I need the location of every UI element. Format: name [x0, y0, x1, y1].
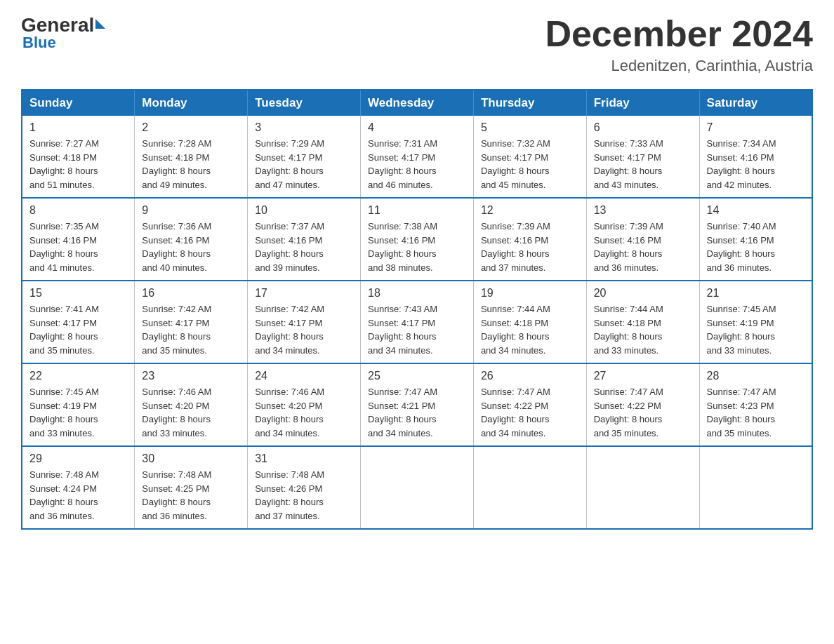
- day-number: 24: [255, 370, 353, 382]
- day-info: Sunrise: 7:41 AMSunset: 4:17 PMDaylight:…: [29, 302, 127, 357]
- day-info: Sunrise: 7:44 AMSunset: 4:18 PMDaylight:…: [481, 302, 579, 357]
- calendar-cell: 17Sunrise: 7:42 AMSunset: 4:17 PMDayligh…: [248, 281, 361, 363]
- calendar-cell: 21Sunrise: 7:45 AMSunset: 4:19 PMDayligh…: [699, 281, 812, 363]
- calendar-table: Sunday Monday Tuesday Wednesday Thursday…: [21, 89, 813, 530]
- calendar-week-row: 15Sunrise: 7:41 AMSunset: 4:17 PMDayligh…: [22, 281, 812, 363]
- day-info: Sunrise: 7:33 AMSunset: 4:17 PMDaylight:…: [594, 137, 692, 192]
- day-number: 17: [255, 287, 353, 300]
- calendar-cell: 16Sunrise: 7:42 AMSunset: 4:17 PMDayligh…: [135, 281, 248, 363]
- day-number: 20: [594, 287, 692, 300]
- calendar-cell: 9Sunrise: 7:36 AMSunset: 4:16 PMDaylight…: [135, 198, 248, 281]
- calendar-cell: 1Sunrise: 7:27 AMSunset: 4:18 PMDaylight…: [22, 116, 135, 198]
- calendar-cell: 23Sunrise: 7:46 AMSunset: 4:20 PMDayligh…: [135, 363, 248, 446]
- calendar-title: December 2024: [545, 14, 813, 54]
- calendar-cell: 30Sunrise: 7:48 AMSunset: 4:25 PMDayligh…: [135, 446, 248, 529]
- day-number: 5: [481, 121, 579, 134]
- day-number: 28: [707, 370, 805, 382]
- day-number: 4: [368, 121, 466, 134]
- day-number: 2: [142, 121, 240, 134]
- day-info: Sunrise: 7:42 AMSunset: 4:17 PMDaylight:…: [142, 302, 240, 357]
- logo: General Blue: [21, 14, 105, 52]
- calendar-cell: 12Sunrise: 7:39 AMSunset: 4:16 PMDayligh…: [473, 198, 586, 281]
- day-info: Sunrise: 7:35 AMSunset: 4:16 PMDaylight:…: [29, 220, 127, 274]
- col-monday: Monday: [135, 90, 248, 116]
- day-info: Sunrise: 7:39 AMSunset: 4:16 PMDaylight:…: [481, 220, 579, 274]
- col-tuesday: Tuesday: [248, 90, 361, 116]
- page-header: General Blue December 2024 Ledenitzen, C…: [21, 14, 813, 75]
- col-friday: Friday: [586, 90, 699, 116]
- day-info: Sunrise: 7:47 AMSunset: 4:22 PMDaylight:…: [481, 385, 579, 440]
- calendar-cell: 13Sunrise: 7:39 AMSunset: 4:16 PMDayligh…: [586, 198, 699, 281]
- day-info: Sunrise: 7:46 AMSunset: 4:20 PMDaylight:…: [142, 385, 240, 440]
- day-number: 9: [142, 204, 240, 217]
- calendar-week-row: 8Sunrise: 7:35 AMSunset: 4:16 PMDaylight…: [22, 198, 812, 281]
- day-number: 21: [707, 287, 805, 300]
- calendar-cell: 27Sunrise: 7:47 AMSunset: 4:22 PMDayligh…: [586, 363, 699, 446]
- day-info: Sunrise: 7:42 AMSunset: 4:17 PMDaylight:…: [255, 302, 353, 357]
- calendar-cell: 29Sunrise: 7:48 AMSunset: 4:24 PMDayligh…: [22, 446, 135, 529]
- day-info: Sunrise: 7:36 AMSunset: 4:16 PMDaylight:…: [142, 220, 240, 274]
- day-number: 1: [29, 121, 127, 134]
- day-info: Sunrise: 7:45 AMSunset: 4:19 PMDaylight:…: [29, 385, 127, 440]
- location-subtitle: Ledenitzen, Carinthia, Austria: [545, 57, 813, 75]
- calendar-cell: 26Sunrise: 7:47 AMSunset: 4:22 PMDayligh…: [473, 363, 586, 446]
- calendar-cell: 14Sunrise: 7:40 AMSunset: 4:16 PMDayligh…: [699, 198, 812, 281]
- calendar-week-row: 29Sunrise: 7:48 AMSunset: 4:24 PMDayligh…: [22, 446, 812, 529]
- day-number: 16: [142, 287, 240, 300]
- day-number: 29: [29, 452, 127, 465]
- calendar-cell: 8Sunrise: 7:35 AMSunset: 4:16 PMDaylight…: [22, 198, 135, 281]
- day-info: Sunrise: 7:48 AMSunset: 4:26 PMDaylight:…: [255, 468, 353, 523]
- day-info: Sunrise: 7:47 AMSunset: 4:23 PMDaylight:…: [707, 385, 805, 440]
- calendar-cell: [699, 446, 812, 529]
- day-number: 3: [255, 121, 353, 134]
- calendar-week-row: 1Sunrise: 7:27 AMSunset: 4:18 PMDaylight…: [22, 116, 812, 198]
- calendar-cell: 2Sunrise: 7:28 AMSunset: 4:18 PMDaylight…: [135, 116, 248, 198]
- day-number: 30: [142, 452, 240, 465]
- calendar-header-row: Sunday Monday Tuesday Wednesday Thursday…: [22, 90, 812, 116]
- day-info: Sunrise: 7:31 AMSunset: 4:17 PMDaylight:…: [368, 137, 466, 192]
- day-info: Sunrise: 7:29 AMSunset: 4:17 PMDaylight:…: [255, 137, 353, 192]
- day-info: Sunrise: 7:46 AMSunset: 4:20 PMDaylight:…: [255, 385, 353, 440]
- day-info: Sunrise: 7:28 AMSunset: 4:18 PMDaylight:…: [142, 137, 240, 192]
- col-sunday: Sunday: [22, 90, 135, 116]
- col-thursday: Thursday: [473, 90, 586, 116]
- calendar-cell: 10Sunrise: 7:37 AMSunset: 4:16 PMDayligh…: [248, 198, 361, 281]
- day-number: 19: [481, 287, 579, 300]
- day-info: Sunrise: 7:34 AMSunset: 4:16 PMDaylight:…: [707, 137, 805, 192]
- day-number: 25: [368, 370, 466, 382]
- day-number: 22: [29, 370, 127, 382]
- col-saturday: Saturday: [699, 90, 812, 116]
- day-number: 31: [255, 452, 353, 465]
- day-number: 27: [594, 370, 692, 382]
- day-number: 18: [368, 287, 466, 300]
- day-info: Sunrise: 7:40 AMSunset: 4:16 PMDaylight:…: [707, 220, 805, 274]
- day-info: Sunrise: 7:32 AMSunset: 4:17 PMDaylight:…: [481, 137, 579, 192]
- calendar-cell: 28Sunrise: 7:47 AMSunset: 4:23 PMDayligh…: [699, 363, 812, 446]
- col-wednesday: Wednesday: [361, 90, 474, 116]
- calendar-cell: 31Sunrise: 7:48 AMSunset: 4:26 PMDayligh…: [248, 446, 361, 529]
- day-number: 15: [29, 287, 127, 300]
- logo-triangle-icon: [95, 19, 105, 29]
- day-info: Sunrise: 7:44 AMSunset: 4:18 PMDaylight:…: [594, 302, 692, 357]
- calendar-cell: 11Sunrise: 7:38 AMSunset: 4:16 PMDayligh…: [361, 198, 474, 281]
- calendar-cell: 6Sunrise: 7:33 AMSunset: 4:17 PMDaylight…: [586, 116, 699, 198]
- day-info: Sunrise: 7:47 AMSunset: 4:21 PMDaylight:…: [368, 385, 466, 440]
- calendar-cell: [473, 446, 586, 529]
- day-number: 8: [29, 204, 127, 217]
- calendar-cell: 19Sunrise: 7:44 AMSunset: 4:18 PMDayligh…: [473, 281, 586, 363]
- title-section: December 2024 Ledenitzen, Carinthia, Aus…: [545, 14, 813, 75]
- day-number: 26: [481, 370, 579, 382]
- logo-blue: Blue: [22, 34, 56, 52]
- day-info: Sunrise: 7:48 AMSunset: 4:25 PMDaylight:…: [142, 468, 240, 523]
- day-number: 14: [707, 204, 805, 217]
- calendar-week-row: 22Sunrise: 7:45 AMSunset: 4:19 PMDayligh…: [22, 363, 812, 446]
- calendar-cell: [361, 446, 474, 529]
- calendar-cell: 5Sunrise: 7:32 AMSunset: 4:17 PMDaylight…: [473, 116, 586, 198]
- day-number: 23: [142, 370, 240, 382]
- calendar-cell: 24Sunrise: 7:46 AMSunset: 4:20 PMDayligh…: [248, 363, 361, 446]
- calendar-cell: 3Sunrise: 7:29 AMSunset: 4:17 PMDaylight…: [248, 116, 361, 198]
- calendar-cell: 25Sunrise: 7:47 AMSunset: 4:21 PMDayligh…: [361, 363, 474, 446]
- calendar-cell: 15Sunrise: 7:41 AMSunset: 4:17 PMDayligh…: [22, 281, 135, 363]
- day-number: 13: [594, 204, 692, 217]
- day-number: 12: [481, 204, 579, 217]
